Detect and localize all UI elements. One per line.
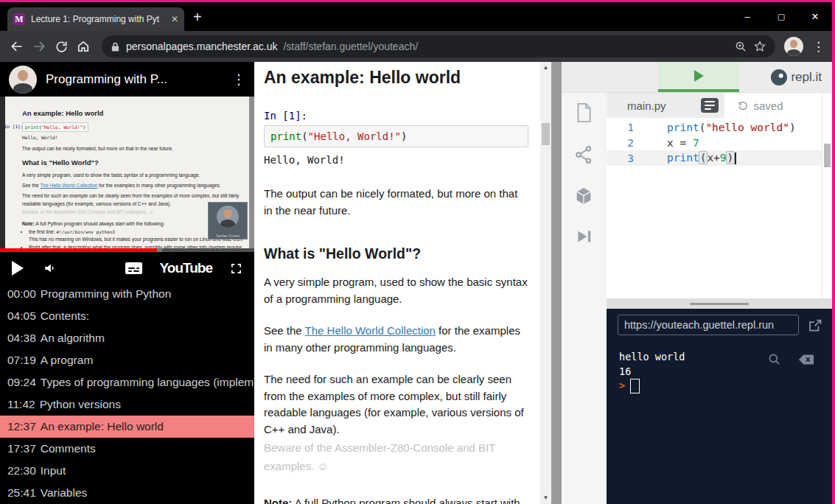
editor-scrollbar-thumb[interactable] (824, 144, 831, 167)
video-thumbnail[interactable]: An example: Hello world In [1]: print("H… (0, 97, 254, 248)
share-icon[interactable] (573, 144, 594, 165)
code-close: ) (401, 130, 407, 142)
slide-p3-post: for the examples in many other programmi… (97, 183, 220, 188)
chapter-label: An example: Hello world (41, 420, 164, 433)
slide-code-cell: print("Hello, World!") (22, 122, 88, 133)
browser-tab[interactable]: M Lecture 1: Programming with Pyt ✕ (7, 7, 184, 31)
forward-icon[interactable] (29, 37, 49, 56)
tab-close-icon[interactable]: ✕ (171, 14, 178, 24)
webcam-caption: Stefan Güttel (209, 234, 247, 238)
home-icon[interactable] (74, 37, 93, 56)
open-external-icon[interactable] (808, 318, 823, 333)
history-icon[interactable] (736, 99, 749, 112)
run-button[interactable] (658, 62, 739, 92)
slide-h2: What is "Hello World"? (22, 158, 244, 169)
console-clear-icon[interactable] (798, 354, 814, 365)
panel-divider[interactable] (551, 62, 562, 504)
hello-world-collection-link[interactable]: The Hello World Collection (305, 324, 436, 337)
saved-label: saved (754, 99, 783, 112)
webcam-person (217, 206, 239, 228)
capture-border-top (0, 0, 835, 2)
line-number: 3 (607, 153, 634, 164)
line-code: x = 7 (667, 137, 699, 149)
profile-avatar[interactable] (784, 37, 803, 56)
token-bracket-match: ) (726, 151, 736, 164)
line-code: print(x+9) (667, 152, 736, 164)
chapter-item[interactable]: 11:42Python versions (0, 393, 254, 416)
address-bar[interactable]: personalpages.manchester.ac.uk/staff/ste… (102, 35, 775, 57)
repl-body: main.py saved 1 print("hello world") (562, 93, 832, 504)
video-menu-icon[interactable]: ⋮ (232, 71, 245, 88)
minimize-button[interactable]: – (730, 2, 764, 31)
slide-code-kw: print (25, 125, 39, 130)
new-tab-button[interactable]: + (193, 10, 202, 24)
packages-icon[interactable] (573, 186, 594, 206)
file-options-icon[interactable] (701, 98, 719, 113)
reload-icon[interactable] (52, 37, 71, 56)
chapter-time: 00:00 (7, 287, 36, 301)
youtube-logo[interactable]: YouTube (160, 260, 212, 276)
slide-p3: See the The Hello World Collection for t… (22, 182, 244, 189)
token-number: 7 (693, 137, 699, 149)
token-string: "hello world" (705, 122, 789, 133)
notebook-scrollbar[interactable]: ▲ ▼ (540, 62, 551, 504)
chapter-item[interactable]: 25:41Variables (0, 482, 254, 504)
console-resize-handle[interactable] (607, 298, 832, 309)
editor-scrollbar[interactable] (822, 93, 832, 298)
chapter-time: 07:19 (7, 354, 36, 367)
repl-sidebar (562, 93, 606, 504)
chapter-time: 17:37 (7, 442, 36, 455)
maximize-button[interactable]: ▢ (764, 2, 798, 31)
chapter-item[interactable]: 00:00Programming with Python (0, 283, 254, 305)
file-tab-mainpy[interactable]: main.py (627, 99, 666, 112)
play-icon[interactable] (12, 261, 24, 276)
chapter-item[interactable]: 04:05Contents: (0, 305, 254, 327)
tab-title: Lecture 1: Programming with Pyt (31, 14, 165, 24)
close-button[interactable]: ✕ (798, 2, 832, 31)
slide-code-str: "Hello, World!" (41, 125, 83, 130)
chapter-item[interactable]: 22:30Input (0, 460, 254, 482)
browser-menu-icon[interactable]: ⋮ (812, 39, 825, 55)
scroll-up-icon[interactable]: ▲ (540, 63, 551, 72)
fullscreen-icon[interactable] (230, 262, 242, 275)
step-run-icon[interactable] (574, 227, 593, 246)
scrollbar-thumb[interactable] (542, 123, 550, 145)
scroll-down-icon[interactable]: ▼ (540, 494, 551, 503)
files-icon[interactable] (573, 102, 594, 124)
input-prompt: In [1]: (264, 110, 528, 122)
code-cell: print("Hello, World!") (264, 125, 528, 147)
slide-in-prompt: In [1]: (4, 123, 23, 130)
token-keyword: print (667, 152, 699, 164)
zoom-icon[interactable] (734, 40, 747, 53)
channel-avatar[interactable] (9, 66, 37, 94)
video-title: Programming with P... (46, 72, 223, 87)
chapter-item[interactable]: 09:24Types of programming languages (imp… (0, 371, 254, 393)
repl-panel: repl.it (562, 62, 832, 504)
replit-logo[interactable]: repl.it (771, 62, 822, 92)
bookmark-star-icon[interactable] (753, 40, 766, 53)
chapter-item[interactable]: 04:38An algorithm (0, 327, 254, 349)
p3-pre: See the (264, 324, 305, 337)
file-tab-bar: main.py saved (607, 93, 832, 118)
slide-p1: The output can be nicely formated, but m… (22, 145, 244, 153)
code-str: "Hello, World!" (308, 130, 401, 142)
volume-icon[interactable] (43, 261, 57, 276)
chapter-item-active[interactable]: 12:37An example: Hello world (0, 416, 254, 438)
slide-b1-pre: the first line: (29, 229, 56, 234)
paragraph-1: The output can be nicely formated, but m… (264, 186, 528, 219)
repl-main: main.py saved 1 print("hello world") (607, 93, 832, 504)
code-kw: print (270, 130, 301, 142)
console-url-input[interactable]: https://youteach.guettel.repl.run (618, 315, 799, 335)
code-editor[interactable]: 1 print("hello world") 2 x = 7 3 print(x… (607, 118, 832, 298)
chapter-item[interactable]: 17:37Comments (0, 438, 254, 460)
screen: M Lecture 1: Programming with Pyt ✕ + – … (0, 0, 835, 504)
replit-logo-text: repl.it (791, 70, 822, 85)
console-search-icon[interactable] (767, 352, 782, 367)
chapter-label: Comments (41, 442, 96, 455)
video-panel: Programming with P... ⋮ An example: Hell… (0, 62, 254, 504)
captions-icon[interactable] (125, 262, 142, 274)
console-prompt-row: > (619, 379, 832, 393)
chapter-item[interactable]: 07:19A program (0, 349, 254, 371)
back-icon[interactable] (7, 37, 27, 56)
chapter-label: A program (41, 354, 94, 367)
